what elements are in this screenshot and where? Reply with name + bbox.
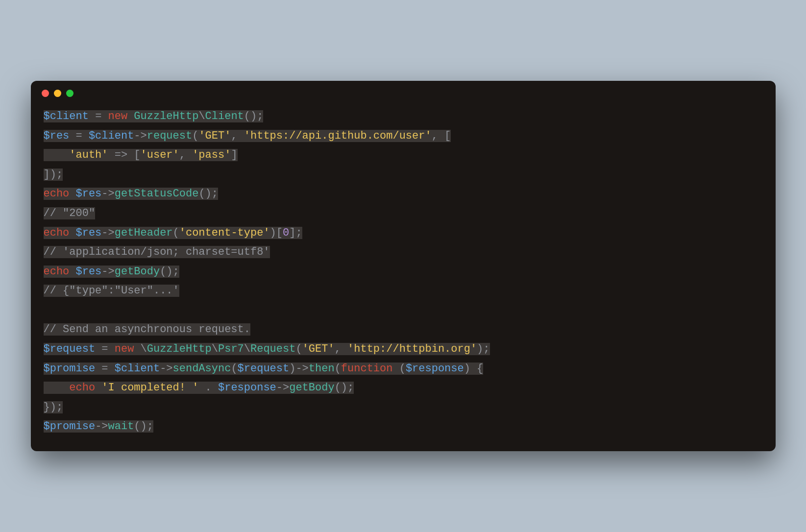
code-token: -> xyxy=(95,420,108,433)
code-token xyxy=(44,382,70,394)
code-token xyxy=(69,266,75,278)
code-line: $client = new GuzzleHttp\Client(); xyxy=(44,110,264,122)
code-token: ]); xyxy=(44,169,63,181)
code-line: // 'application/json; charset=utf8' xyxy=(44,246,270,258)
code-line: 'auth' => ['user', 'pass'] xyxy=(44,149,238,161)
code-token: ( xyxy=(392,363,405,375)
code-token: getBody xyxy=(115,266,160,278)
code-line: $res = $client->request('GET', 'https://… xyxy=(44,130,451,142)
code-token xyxy=(108,149,115,161)
code-line: // {"type":"User"...' xyxy=(44,285,179,297)
code-token: \ xyxy=(212,343,218,355)
code-token: (); xyxy=(134,420,153,433)
code-token: \ xyxy=(244,343,250,355)
code-token: $res xyxy=(44,130,70,142)
code-token: (); xyxy=(244,110,264,122)
code-token: ( xyxy=(173,227,179,239)
code-token: )[ xyxy=(270,227,283,239)
code-line: ]); xyxy=(44,169,63,181)
code-token: \ xyxy=(134,343,147,355)
code-token: // 'application/json; charset=utf8' xyxy=(44,246,270,258)
code-token: => xyxy=(115,149,127,161)
code-token: 'auth' xyxy=(69,149,108,161)
code-token: 'http://httpbin.org' xyxy=(347,343,477,355)
code-token: 0 xyxy=(283,227,289,239)
code-token: $res xyxy=(76,266,102,278)
code-token: 'https://api.github.com/user' xyxy=(244,130,432,142)
titlebar xyxy=(31,81,776,104)
code-token: -> xyxy=(101,266,114,278)
code-token: getStatusCode xyxy=(115,188,199,200)
code-token: // Send an asynchronous request. xyxy=(44,323,250,336)
code-area[interactable]: $client = new GuzzleHttp\Client(); $res … xyxy=(31,104,776,451)
code-token: [ xyxy=(127,149,140,161)
code-token: = xyxy=(76,130,82,142)
code-line: }); xyxy=(44,401,63,413)
code-token: (); xyxy=(198,188,218,200)
code-token: -> xyxy=(276,382,289,394)
code-token xyxy=(127,110,134,122)
code-token: ); xyxy=(477,343,489,355)
code-token: new xyxy=(115,343,134,355)
code-token: -> xyxy=(101,188,114,200)
code-token: new xyxy=(108,110,128,122)
code-token: request xyxy=(147,130,192,142)
code-token xyxy=(69,227,75,239)
code-token: $res xyxy=(76,227,102,239)
code-line: $request = new \GuzzleHttp\Psr7\Request(… xyxy=(44,343,490,355)
code-token: Psr7 xyxy=(218,343,244,355)
code-token: $client xyxy=(44,110,89,122)
code-token: 'I completed! ' xyxy=(101,382,198,394)
code-token: , xyxy=(231,130,244,142)
code-line: echo $res->getHeader('content-type')[0]; xyxy=(44,227,302,239)
code-token: , xyxy=(335,343,347,355)
code-token: ] xyxy=(231,149,237,161)
code-token: . xyxy=(198,382,218,394)
code-token: (); xyxy=(160,266,179,278)
code-token: then xyxy=(309,363,335,375)
code-token: ( xyxy=(295,343,302,355)
code-token: -> xyxy=(134,130,147,142)
code-token: ) { xyxy=(464,363,484,375)
code-token: = xyxy=(95,110,101,122)
code-token: -> xyxy=(295,363,308,375)
code-token: -> xyxy=(101,227,114,239)
code-token xyxy=(95,343,101,355)
code-token xyxy=(82,130,89,142)
code-token: Request xyxy=(250,343,295,355)
code-token: 'GET' xyxy=(198,130,231,142)
code-line: $promise->wait(); xyxy=(44,420,153,433)
code-token: echo xyxy=(44,188,70,200)
code-token: $request xyxy=(44,343,96,355)
code-line: $promise = $client->sendAsync($request)-… xyxy=(44,363,484,375)
close-icon[interactable] xyxy=(42,90,49,97)
code-token: = xyxy=(101,343,108,355)
code-token xyxy=(108,343,115,355)
code-token: 'user' xyxy=(141,149,179,161)
code-token: $client xyxy=(115,363,160,375)
code-token: sendAsync xyxy=(173,363,231,375)
code-token: ( xyxy=(335,363,341,375)
code-token: ) xyxy=(289,363,295,375)
code-token: $request xyxy=(238,363,290,375)
code-token xyxy=(108,363,115,375)
code-token: $response xyxy=(406,363,464,375)
code-token xyxy=(44,149,70,161)
code-token: // "200" xyxy=(44,207,96,219)
maximize-icon[interactable] xyxy=(66,90,73,97)
code-token: $response xyxy=(218,382,276,394)
code-token: echo xyxy=(44,227,70,239)
code-token: \ xyxy=(198,110,205,122)
code-token xyxy=(89,110,95,122)
code-token: GuzzleHttp xyxy=(147,343,212,355)
code-line: echo $res->getBody(); xyxy=(44,266,179,278)
code-token: 'pass' xyxy=(192,149,231,161)
code-line: // "200" xyxy=(44,207,96,219)
code-token: -> xyxy=(160,363,172,375)
code-token: getHeader xyxy=(115,227,173,239)
code-token: $promise xyxy=(44,363,96,375)
code-token: ( xyxy=(231,363,237,375)
code-token: echo xyxy=(44,266,70,278)
minimize-icon[interactable] xyxy=(54,90,61,97)
code-token: Client xyxy=(205,110,244,122)
